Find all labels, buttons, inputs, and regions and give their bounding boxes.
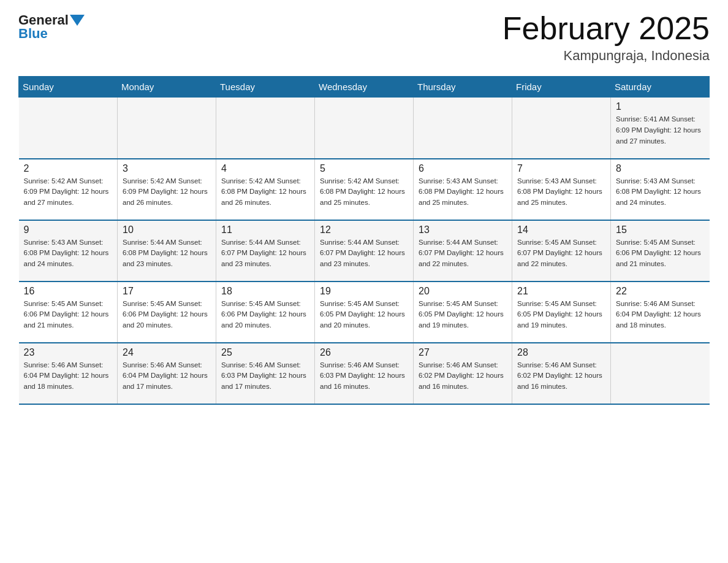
calendar-cell	[118, 98, 216, 159]
calendar-cell: 17Sunrise: 5:45 AM Sunset: 6:06 PM Dayli…	[118, 282, 216, 343]
day-info: Sunrise: 5:43 AM Sunset: 6:08 PM Dayligh…	[419, 176, 507, 209]
day-number: 11	[221, 224, 309, 236]
day-info: Sunrise: 5:41 AM Sunset: 6:09 PM Dayligh…	[616, 114, 705, 147]
day-number: 4	[221, 163, 309, 174]
calendar-cell: 10Sunrise: 5:44 AM Sunset: 6:08 PM Dayli…	[118, 220, 216, 282]
calendar-header-row: SundayMondayTuesdayWednesdayThursdayFrid…	[19, 77, 710, 98]
calendar-cell	[414, 98, 512, 159]
day-header-sunday: Sunday	[19, 77, 118, 98]
day-number: 13	[419, 224, 507, 236]
calendar-week-row: 9Sunrise: 5:43 AM Sunset: 6:08 PM Daylig…	[19, 220, 710, 282]
calendar-cell	[216, 98, 315, 159]
day-info: Sunrise: 5:42 AM Sunset: 6:09 PM Dayligh…	[123, 176, 211, 209]
calendar-cell: 23Sunrise: 5:46 AM Sunset: 6:04 PM Dayli…	[19, 343, 118, 404]
calendar-week-row: 23Sunrise: 5:46 AM Sunset: 6:04 PM Dayli…	[19, 343, 710, 404]
day-header-tuesday: Tuesday	[216, 77, 315, 98]
day-number: 26	[320, 347, 408, 358]
calendar-cell	[19, 98, 118, 159]
calendar-week-row: 1Sunrise: 5:41 AM Sunset: 6:09 PM Daylig…	[19, 98, 710, 159]
calendar-cell: 26Sunrise: 5:46 AM Sunset: 6:03 PM Dayli…	[315, 343, 414, 404]
day-info: Sunrise: 5:44 AM Sunset: 6:08 PM Dayligh…	[123, 237, 211, 270]
day-info: Sunrise: 5:46 AM Sunset: 6:04 PM Dayligh…	[616, 299, 705, 331]
day-info: Sunrise: 5:43 AM Sunset: 6:08 PM Dayligh…	[517, 176, 605, 209]
day-info: Sunrise: 5:44 AM Sunset: 6:07 PM Dayligh…	[221, 237, 309, 270]
calendar-cell: 13Sunrise: 5:44 AM Sunset: 6:07 PM Dayli…	[414, 220, 512, 282]
day-number: 16	[24, 286, 113, 297]
page-header: General Blue February 2025 Kampungraja, …	[18, 12, 710, 64]
logo: General Blue	[18, 12, 86, 42]
logo-triangle-icon	[70, 15, 85, 26]
day-number: 27	[419, 347, 507, 358]
day-number: 24	[123, 347, 211, 358]
day-info: Sunrise: 5:45 AM Sunset: 6:07 PM Dayligh…	[517, 237, 605, 270]
day-number: 18	[221, 286, 309, 297]
calendar-week-row: 16Sunrise: 5:45 AM Sunset: 6:06 PM Dayli…	[19, 282, 710, 343]
day-number: 23	[24, 347, 113, 358]
day-info: Sunrise: 5:42 AM Sunset: 6:08 PM Dayligh…	[221, 176, 309, 209]
day-info: Sunrise: 5:45 AM Sunset: 6:05 PM Dayligh…	[419, 299, 507, 331]
day-info: Sunrise: 5:45 AM Sunset: 6:06 PM Dayligh…	[123, 299, 211, 331]
day-number: 21	[517, 286, 605, 297]
day-number: 17	[123, 286, 211, 297]
day-number: 2	[24, 163, 113, 174]
calendar-cell: 1Sunrise: 5:41 AM Sunset: 6:09 PM Daylig…	[611, 98, 710, 159]
day-info: Sunrise: 5:44 AM Sunset: 6:07 PM Dayligh…	[419, 237, 507, 270]
month-title: February 2025	[502, 12, 710, 44]
day-number: 14	[517, 224, 605, 236]
calendar-cell: 19Sunrise: 5:45 AM Sunset: 6:05 PM Dayli…	[315, 282, 414, 343]
calendar-cell: 21Sunrise: 5:45 AM Sunset: 6:05 PM Dayli…	[512, 282, 611, 343]
day-info: Sunrise: 5:45 AM Sunset: 6:06 PM Dayligh…	[616, 237, 705, 270]
calendar-cell	[611, 343, 710, 404]
calendar-cell: 25Sunrise: 5:46 AM Sunset: 6:03 PM Dayli…	[216, 343, 315, 404]
calendar-cell: 22Sunrise: 5:46 AM Sunset: 6:04 PM Dayli…	[611, 282, 710, 343]
calendar-cell: 16Sunrise: 5:45 AM Sunset: 6:06 PM Dayli…	[19, 282, 118, 343]
title-section: February 2025 Kampungraja, Indonesia	[502, 12, 710, 64]
calendar-table: SundayMondayTuesdayWednesdayThursdayFrid…	[18, 76, 710, 405]
day-info: Sunrise: 5:46 AM Sunset: 6:04 PM Dayligh…	[24, 360, 113, 393]
calendar-cell	[512, 98, 611, 159]
day-number: 28	[517, 347, 605, 358]
day-number: 12	[320, 224, 408, 236]
day-number: 5	[320, 163, 408, 174]
day-number: 19	[320, 286, 408, 297]
day-info: Sunrise: 5:45 AM Sunset: 6:05 PM Dayligh…	[517, 299, 605, 331]
day-number: 1	[616, 101, 705, 112]
day-header-monday: Monday	[118, 77, 216, 98]
day-header-thursday: Thursday	[414, 77, 512, 98]
calendar-cell: 4Sunrise: 5:42 AM Sunset: 6:08 PM Daylig…	[216, 159, 315, 220]
day-info: Sunrise: 5:42 AM Sunset: 6:08 PM Dayligh…	[320, 176, 408, 209]
calendar-cell: 15Sunrise: 5:45 AM Sunset: 6:06 PM Dayli…	[611, 220, 710, 282]
calendar-cell: 11Sunrise: 5:44 AM Sunset: 6:07 PM Dayli…	[216, 220, 315, 282]
calendar-cell: 8Sunrise: 5:43 AM Sunset: 6:08 PM Daylig…	[611, 159, 710, 220]
day-number: 8	[616, 163, 705, 174]
day-info: Sunrise: 5:46 AM Sunset: 6:03 PM Dayligh…	[320, 360, 408, 393]
calendar-cell: 12Sunrise: 5:44 AM Sunset: 6:07 PM Dayli…	[315, 220, 414, 282]
day-info: Sunrise: 5:46 AM Sunset: 6:02 PM Dayligh…	[419, 360, 507, 393]
calendar-cell: 14Sunrise: 5:45 AM Sunset: 6:07 PM Dayli…	[512, 220, 611, 282]
calendar-cell: 3Sunrise: 5:42 AM Sunset: 6:09 PM Daylig…	[118, 159, 216, 220]
calendar-cell: 24Sunrise: 5:46 AM Sunset: 6:04 PM Dayli…	[118, 343, 216, 404]
day-number: 9	[24, 224, 113, 236]
calendar-cell: 18Sunrise: 5:45 AM Sunset: 6:06 PM Dayli…	[216, 282, 315, 343]
day-header-wednesday: Wednesday	[315, 77, 414, 98]
calendar-week-row: 2Sunrise: 5:42 AM Sunset: 6:09 PM Daylig…	[19, 159, 710, 220]
day-info: Sunrise: 5:46 AM Sunset: 6:02 PM Dayligh…	[517, 360, 605, 393]
day-info: Sunrise: 5:46 AM Sunset: 6:04 PM Dayligh…	[123, 360, 211, 393]
calendar-cell: 5Sunrise: 5:42 AM Sunset: 6:08 PM Daylig…	[315, 159, 414, 220]
day-header-friday: Friday	[512, 77, 611, 98]
calendar-cell: 20Sunrise: 5:45 AM Sunset: 6:05 PM Dayli…	[414, 282, 512, 343]
calendar-cell: 27Sunrise: 5:46 AM Sunset: 6:02 PM Dayli…	[414, 343, 512, 404]
day-number: 20	[419, 286, 507, 297]
day-header-saturday: Saturday	[611, 77, 710, 98]
day-info: Sunrise: 5:44 AM Sunset: 6:07 PM Dayligh…	[320, 237, 408, 270]
day-number: 15	[616, 224, 705, 236]
day-number: 25	[221, 347, 309, 358]
calendar-cell	[315, 98, 414, 159]
calendar-cell: 6Sunrise: 5:43 AM Sunset: 6:08 PM Daylig…	[414, 159, 512, 220]
calendar-cell: 28Sunrise: 5:46 AM Sunset: 6:02 PM Dayli…	[512, 343, 611, 404]
day-number: 3	[123, 163, 211, 174]
location-text: Kampungraja, Indonesia	[502, 48, 710, 64]
day-number: 22	[616, 286, 705, 297]
calendar-cell: 7Sunrise: 5:43 AM Sunset: 6:08 PM Daylig…	[512, 159, 611, 220]
calendar-cell: 9Sunrise: 5:43 AM Sunset: 6:08 PM Daylig…	[19, 220, 118, 282]
